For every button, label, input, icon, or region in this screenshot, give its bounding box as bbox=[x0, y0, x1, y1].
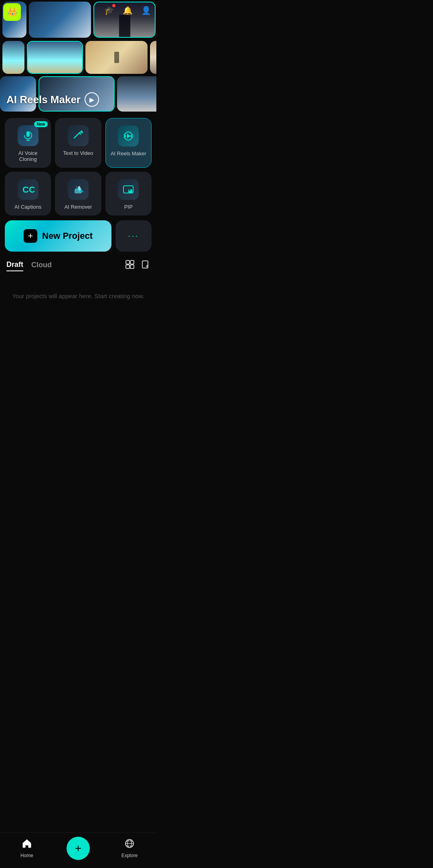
remover-label: AI Remover bbox=[65, 204, 92, 210]
graduation-icon-btn[interactable]: 🎓 bbox=[102, 3, 116, 18]
svg-point-3 bbox=[30, 132, 31, 133]
play-icon: ▶ bbox=[89, 96, 94, 104]
pip-icon bbox=[118, 179, 139, 200]
reels-maker-icon bbox=[118, 126, 139, 146]
more-dots-icon: ··· bbox=[128, 231, 139, 241]
svg-point-4 bbox=[30, 133, 32, 134]
svg-rect-14 bbox=[128, 189, 132, 193]
svg-rect-0 bbox=[26, 131, 30, 137]
crown-icon: 👑 bbox=[7, 7, 18, 17]
edit-select-icon[interactable] bbox=[140, 260, 150, 272]
voice-icon bbox=[18, 125, 38, 146]
tabs-left: Draft Cloud bbox=[6, 260, 52, 271]
tabs-right bbox=[125, 260, 150, 272]
svg-rect-16 bbox=[130, 260, 134, 264]
tool-card-remover[interactable]: AI Remover bbox=[55, 172, 101, 215]
reels-title-overlay: AI Reels Maker ▶ bbox=[6, 92, 99, 107]
thumbnail-row-2 bbox=[0, 39, 156, 75]
reels-maker-label: AI Reels Maker bbox=[111, 150, 146, 157]
more-options-button[interactable]: ··· bbox=[115, 220, 152, 252]
row3-container: AI Reels Maker ▶ bbox=[0, 76, 156, 112]
tab-draft[interactable]: Draft bbox=[6, 260, 23, 271]
new-project-label: New Project bbox=[42, 231, 93, 241]
text-to-video-label: Text to Video bbox=[63, 150, 93, 156]
profile-icon: 👤 bbox=[141, 6, 151, 15]
bell-icon: 🔔 bbox=[123, 6, 133, 15]
grid-view-icon[interactable] bbox=[125, 260, 135, 272]
remover-icon bbox=[68, 179, 89, 200]
graduation-icon: 🎓 bbox=[104, 6, 114, 15]
text-to-video-icon bbox=[68, 125, 89, 146]
thumb-3-3[interactable] bbox=[117, 76, 156, 112]
plus-box-icon: + bbox=[24, 229, 37, 243]
svg-rect-15 bbox=[126, 260, 129, 264]
notification-badge bbox=[112, 4, 115, 7]
thumb-2-4[interactable] bbox=[150, 41, 156, 74]
captions-icon: CC bbox=[18, 179, 38, 200]
tools-grid: New AI Voice Cloning bbox=[5, 118, 152, 215]
tool-card-voice-cloning[interactable]: New AI Voice Cloning bbox=[5, 118, 51, 168]
reels-title: AI Reels Maker bbox=[6, 94, 81, 106]
pip-label: PIP bbox=[124, 204, 133, 210]
thumb-2-2[interactable] bbox=[27, 41, 83, 74]
empty-state-text: Your projects will appear here. Start cr… bbox=[12, 293, 144, 299]
tool-card-reels-maker[interactable]: AI Reels Maker bbox=[105, 118, 152, 168]
thumb-2-3[interactable] bbox=[85, 41, 148, 74]
thumb-2-1[interactable] bbox=[2, 41, 24, 74]
svg-point-7 bbox=[81, 132, 83, 133]
tool-card-text-to-video[interactable]: Text to Video bbox=[55, 118, 101, 168]
tabs-row: Draft Cloud bbox=[0, 258, 156, 276]
tools-section: New AI Voice Cloning bbox=[0, 112, 156, 220]
voice-cloning-label: AI Voice Cloning bbox=[9, 150, 47, 162]
play-circle-btn[interactable]: ▶ bbox=[85, 92, 99, 107]
crown-logo[interactable]: 👑 bbox=[3, 3, 21, 21]
new-badge-voice: New bbox=[34, 121, 48, 127]
bell-icon-btn[interactable]: 🔔 bbox=[120, 3, 135, 18]
tab-cloud[interactable]: Cloud bbox=[31, 261, 52, 271]
empty-state: Your projects will appear here. Start cr… bbox=[0, 276, 156, 315]
header-icons: 🎓 🔔 👤 bbox=[102, 3, 153, 18]
captions-label: AI Captions bbox=[14, 204, 41, 210]
new-project-button[interactable]: + New Project bbox=[5, 220, 111, 252]
action-row: + New Project ··· bbox=[0, 220, 156, 258]
svg-text:CC: CC bbox=[22, 185, 34, 195]
thumb-1-2[interactable] bbox=[29, 2, 91, 38]
svg-rect-17 bbox=[126, 265, 129, 268]
profile-icon-btn[interactable]: 👤 bbox=[139, 3, 153, 18]
svg-rect-18 bbox=[130, 265, 134, 268]
tool-card-captions[interactable]: CC AI Captions bbox=[5, 172, 51, 215]
tool-card-pip[interactable]: PIP bbox=[105, 172, 152, 215]
svg-point-5 bbox=[31, 134, 32, 136]
